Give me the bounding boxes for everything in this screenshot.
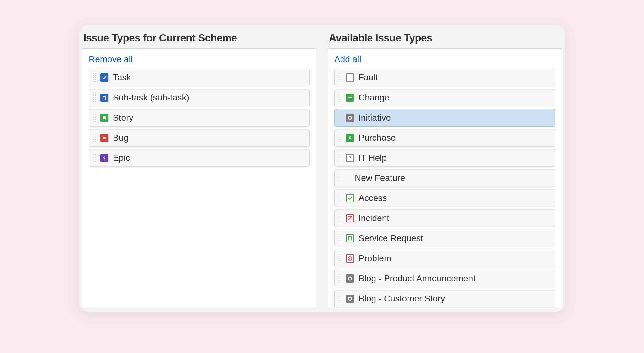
issue-type-item[interactable]: Problem	[334, 250, 555, 267]
issue-type-label: Service Request	[358, 233, 423, 243]
issue-type-item[interactable]: Fault	[334, 69, 555, 86]
current-scheme-title: Issue Types for Current Scheme	[83, 32, 316, 44]
issue-type-item[interactable]: New Feature	[334, 169, 555, 187]
drag-handle-icon[interactable]	[92, 93, 97, 102]
purchase-icon: $	[346, 134, 354, 142]
blog-icon	[346, 295, 354, 303]
drag-handle-icon[interactable]	[338, 254, 343, 263]
fault-icon	[346, 73, 354, 82]
epic-icon	[100, 154, 108, 162]
issue-type-item[interactable]: Incident	[334, 209, 555, 227]
issue-type-label: Epic	[113, 153, 130, 163]
drag-handle-icon[interactable]	[338, 214, 343, 223]
issue-type-item[interactable]: Epic	[89, 149, 310, 167]
issue-type-label: Access	[358, 193, 387, 203]
drag-handle-icon[interactable]	[338, 133, 343, 143]
svg-text:?: ?	[349, 156, 351, 160]
issue-type-item[interactable]: Access	[334, 189, 555, 207]
issue-type-item[interactable]: Blog - Customer Story	[334, 290, 555, 307]
current-scheme-column: Issue Types for Current Scheme Remove al…	[82, 25, 316, 307]
issue-type-item[interactable]: $Purchase	[334, 129, 555, 147]
drag-handle-icon[interactable]	[338, 274, 343, 283]
drag-handle-icon[interactable]	[92, 113, 97, 122]
drag-handle-icon[interactable]	[338, 193, 343, 203]
svg-text:$: $	[349, 136, 351, 140]
issue-type-item[interactable]: Change	[334, 89, 555, 106]
issue-type-scheme-card: Issue Types for Current Scheme Remove al…	[79, 25, 565, 312]
issue-type-label: Task	[113, 73, 131, 83]
ithelp-icon: ?	[346, 154, 354, 162]
issue-type-item[interactable]: Task	[89, 69, 310, 86]
issue-type-label: Problem	[358, 253, 391, 263]
add-all-link[interactable]: Add all	[334, 54, 361, 64]
drag-handle-icon[interactable]	[338, 173, 343, 183]
svg-point-2	[103, 137, 106, 139]
svg-point-13	[348, 277, 352, 280]
access-icon	[346, 194, 354, 202]
svg-rect-1	[105, 98, 106, 100]
story-icon	[100, 114, 108, 122]
current-scheme-panel: Remove all TaskSub-task (sub-task)StoryB…	[82, 48, 316, 307]
issue-type-label: IT Help	[358, 153, 387, 163]
svg-line-9	[348, 217, 352, 220]
svg-rect-10	[348, 237, 352, 240]
issue-type-item[interactable]: Initiative	[334, 109, 555, 127]
issue-type-label: Purchase	[358, 133, 396, 143]
drag-handle-icon[interactable]	[92, 133, 97, 143]
issue-type-item[interactable]: Story	[89, 109, 310, 127]
available-types-column: Available Issue Types Add all FaultChang…	[328, 25, 562, 307]
drag-handle-icon[interactable]	[92, 153, 97, 163]
svg-line-12	[349, 257, 351, 260]
issue-type-label: Fault	[358, 73, 378, 83]
issue-type-item[interactable]: Service Request	[334, 230, 555, 247]
available-types-panel: Add all FaultChangeInitiative$Purchase?I…	[328, 48, 562, 307]
svg-rect-4	[350, 79, 350, 79]
subtask-icon	[100, 94, 108, 102]
issue-type-label: Initiative	[358, 113, 391, 123]
issue-type-item[interactable]: Bug	[89, 129, 310, 147]
available-types-list: FaultChangeInitiative$Purchase?IT HelpNe…	[334, 69, 555, 307]
current-scheme-list: TaskSub-task (sub-task)StoryBugEpic	[89, 69, 310, 167]
service-icon	[346, 234, 354, 242]
drag-handle-icon[interactable]	[338, 73, 343, 82]
issue-type-item[interactable]: Blog - Product Announcement	[334, 270, 555, 287]
problem-icon	[346, 254, 354, 263]
svg-rect-0	[103, 96, 104, 97]
drag-handle-icon[interactable]	[338, 153, 343, 163]
issue-type-label: New Feature	[355, 173, 405, 183]
bug-icon	[100, 134, 108, 142]
drag-handle-icon[interactable]	[338, 294, 343, 303]
issue-type-label: Sub-task (sub-task)	[113, 93, 189, 103]
issue-type-item[interactable]: ?IT Help	[334, 149, 555, 167]
remove-all-link[interactable]: Remove all	[89, 54, 133, 64]
task-icon	[100, 73, 108, 82]
available-types-title: Available Issue Types	[329, 32, 562, 44]
drag-handle-icon[interactable]	[338, 93, 343, 102]
columns-container: Issue Types for Current Scheme Remove al…	[79, 25, 565, 307]
issue-type-label: Bug	[113, 133, 129, 143]
svg-point-14	[348, 297, 352, 300]
issue-type-label: Blog - Product Announcement	[358, 274, 475, 284]
initiative-icon	[346, 114, 354, 122]
issue-type-label: Story	[113, 113, 133, 123]
drag-handle-icon[interactable]	[338, 234, 343, 243]
incident-icon	[346, 214, 354, 222]
issue-type-item[interactable]: Sub-task (sub-task)	[89, 89, 310, 106]
issue-type-label: Change	[358, 93, 389, 103]
svg-rect-3	[350, 76, 350, 78]
drag-handle-icon[interactable]	[338, 113, 343, 122]
blog-icon	[346, 274, 354, 283]
change-icon	[346, 94, 354, 102]
drag-handle-icon[interactable]	[92, 73, 97, 82]
issue-type-label: Blog - Customer Story	[358, 294, 445, 304]
issue-type-label: Incident	[358, 213, 389, 223]
svg-point-5	[348, 116, 352, 119]
